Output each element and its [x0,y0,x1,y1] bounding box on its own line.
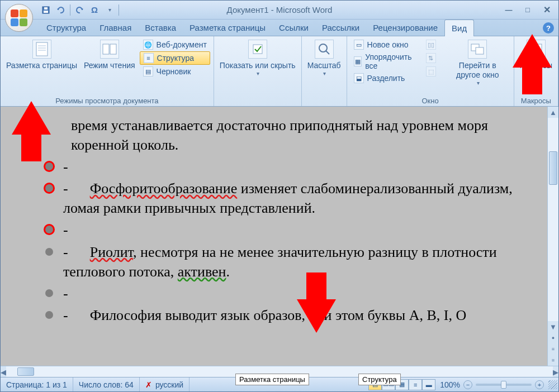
draft-button[interactable]: ▤Черновик [140,65,210,78]
tab-review[interactable]: Рецензирование [366,20,444,36]
dash-text: - [63,307,72,323]
reset-pos-button[interactable]: ⬚ [423,65,439,78]
prev-page-icon[interactable]: ≡ [548,343,558,355]
arrange-all-button[interactable]: ▦Упорядочить все [350,51,417,71]
scroll-left-icon[interactable]: ◀ [1,366,6,377]
draft-label: Черновик [157,67,191,76]
split-label: Разделить [367,74,405,83]
tab-view[interactable]: Вид [444,20,474,36]
outline-icon: ≡ [144,53,154,63]
tab-home[interactable]: Главная [93,20,138,36]
svg-rect-1 [44,11,48,13]
help-button[interactable]: ? [543,22,554,34]
scroll-right-icon[interactable]: ▶ [553,366,558,377]
zoom-slider[interactable] [476,384,532,386]
outline-bullet-icon[interactable] [45,289,53,297]
paragraph-text: . [226,264,230,280]
zoom-value[interactable]: 100% [440,380,460,389]
zoom-out-button[interactable]: − [463,380,472,389]
outline-bullet-icon[interactable] [45,162,53,170]
outline-bullet-icon[interactable] [45,311,53,319]
switch-windows-label: Перейти в другое окно [447,61,508,80]
zoom-in-button[interactable]: + [535,380,544,389]
undo-icon[interactable] [54,4,67,16]
windows-icon [468,40,487,59]
window-icon: ▭ [354,40,364,50]
reading-mode-button[interactable]: Режим чтения [82,39,138,71]
magnifier-icon [315,40,334,59]
document-content[interactable]: время устанавливается достаточно приподн… [1,107,547,366]
svg-rect-3 [36,42,48,56]
globe-icon: 🌐 [143,40,153,50]
tab-insert[interactable]: Вставка [138,20,183,36]
spelling-error-text: Фосфоритообразование [90,180,238,197]
tab-mailings[interactable]: Рассылки [315,20,366,36]
switch-windows-button[interactable]: Перейти в другое окно [445,39,510,88]
outline-bullet-icon[interactable] [45,184,53,192]
document-workspace: время устанавливается достаточно приподн… [1,107,558,377]
ribbon-tabs: Структура Главная Вставка Разметка стран… [1,20,558,36]
zoom-handle[interactable] [501,381,506,389]
dash-text: - [63,244,72,260]
tab-references[interactable]: Ссылки [272,20,315,36]
save-icon[interactable] [40,4,52,16]
browse-select-icon[interactable]: ● [548,332,558,343]
word-count[interactable]: Число слов: 64 [73,377,140,391]
sync-icon: ⇅ [426,53,436,63]
window-group-label: Окно [350,95,510,106]
outline-bullet-icon[interactable] [45,226,53,233]
show-hide-label: Показать или скрыть [220,61,296,70]
svg-rect-8 [110,44,116,54]
macros-button[interactable]: Макросы [518,39,555,78]
next-page-icon[interactable]: ≡ [548,355,558,366]
outline-shortcut-icon[interactable]: ≡ [409,379,422,390]
scroll-up-icon[interactable]: ▲ [548,107,558,118]
svg-point-10 [319,44,327,52]
svg-line-11 [326,51,329,54]
zoom-button[interactable]: Масштаб [305,39,343,78]
tooltip: Разметка страницы [235,374,309,385]
close-button[interactable]: ✕ [539,4,554,16]
svg-rect-13 [476,47,484,54]
tooltip: Структура [358,374,401,385]
page-status[interactable]: Страница: 1 из 1 [1,377,73,391]
tab-structure[interactable]: Структура [40,20,93,36]
svg-rect-2 [44,7,48,9]
spelling-error-text: Риолит [90,244,133,260]
new-window-button[interactable]: ▭Новое окно [350,39,417,51]
outline-button[interactable]: ≡Структура [140,51,210,65]
svg-rect-7 [103,44,109,54]
scroll-thumb[interactable] [549,151,557,185]
vertical-scrollbar[interactable]: ▲ ▼ ● ≡ ≡ [547,107,558,366]
outline-bullet-icon[interactable] [45,248,53,256]
redo-icon[interactable] [74,4,86,16]
web-layout-label: Веб-документ [157,40,207,49]
qat-customize-icon[interactable] [103,4,115,16]
language-status[interactable]: ✗русский [140,377,190,391]
tab-page-layout[interactable]: Разметка страницы [183,20,272,36]
symbol-icon[interactable]: Ω [88,4,101,16]
arrange-icon: ▦ [354,56,362,66]
dash-text: - [63,180,72,197]
scroll-thumb[interactable] [17,367,34,376]
titlebar: Ω Документ1 - Microsoft Word — □ ✕ [1,1,558,20]
svg-rect-9 [253,45,262,54]
resize-grip-icon[interactable] [548,380,557,389]
paragraph-text: Философия выводит язык образов, при этом… [90,307,467,323]
page-icon [32,40,51,59]
scroll-down-icon[interactable]: ▼ [548,321,558,332]
view-side-button[interactable]: ▯▯ [423,39,439,51]
maximize-button[interactable]: □ [520,4,535,16]
print-layout-button[interactable]: Разметка страницы [4,39,79,71]
show-hide-button[interactable]: Показать или скрыть [217,39,298,78]
minimize-button[interactable]: — [501,4,516,16]
window-title: Документ1 - Microsoft Word [227,5,333,15]
zoom-label: Масштаб [307,61,341,70]
zoom-controls: 100% − + [435,380,548,389]
ribbon: Разметка страницы Режим чтения 🌐Веб-доку… [1,36,558,107]
sync-scroll-button[interactable]: ⇅ [423,52,439,64]
draft-shortcut-icon[interactable]: ▬ [422,379,435,390]
split-button[interactable]: ⬓Разделить [350,72,417,84]
web-layout-button[interactable]: 🌐Веб-документ [140,39,210,51]
office-button[interactable] [5,4,33,32]
